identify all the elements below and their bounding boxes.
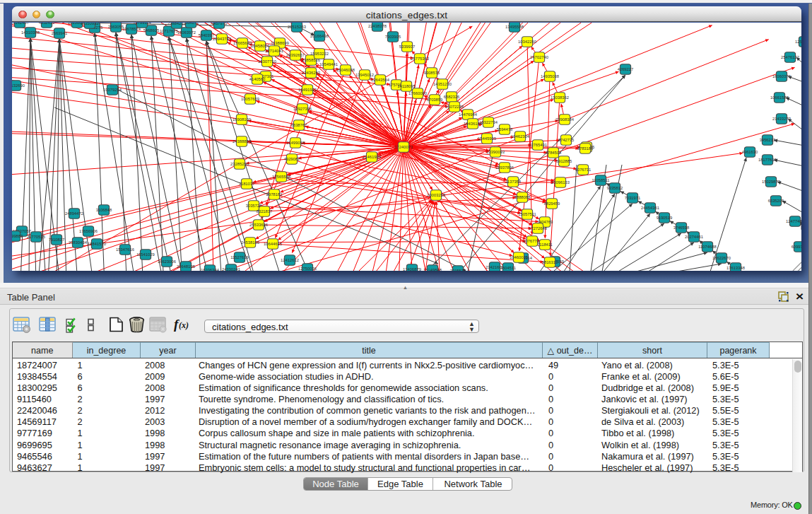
svg-text:12927396: 12927396 [293, 107, 312, 111]
svg-text:22438378: 22438378 [368, 24, 387, 28]
svg-text:10661588: 10661588 [770, 95, 789, 100]
svg-text:17565588: 17565588 [272, 175, 290, 179]
svg-text:6912885: 6912885 [556, 159, 572, 163]
svg-text:21770515: 21770515 [27, 235, 45, 239]
svg-text:16908100: 16908100 [233, 117, 251, 122]
svg-text:18937896: 18937896 [495, 165, 514, 170]
svg-text:23436262: 23436262 [302, 71, 320, 75]
svg-text:23096153: 23096153 [551, 180, 570, 185]
svg-text:12477488: 12477488 [786, 219, 801, 223]
svg-text:7064171: 7064171 [183, 23, 199, 25]
svg-text:24388850: 24388850 [233, 139, 251, 144]
svg-text:17613348: 17613348 [726, 266, 745, 270]
svg-text:3784504: 3784504 [546, 151, 562, 155]
svg-text:15953222: 15953222 [310, 52, 329, 56]
svg-text:(x): (x) [179, 320, 189, 330]
svg-text:15057511: 15057511 [518, 212, 536, 216]
svg-text:5594478: 5594478 [497, 127, 513, 132]
svg-text:14476944: 14476944 [459, 112, 478, 117]
svg-text:6582326: 6582326 [444, 95, 460, 99]
svg-text:21433273: 21433273 [772, 117, 791, 121]
svg-text:16623006: 16623006 [158, 259, 176, 264]
svg-text:23830434: 23830434 [69, 240, 88, 245]
svg-text:3604511: 3604511 [500, 266, 516, 270]
svg-text:20166438: 20166438 [310, 34, 329, 38]
svg-text:7118411: 7118411 [537, 243, 553, 247]
svg-text:2978182: 2978182 [266, 192, 283, 197]
svg-text:5468605: 5468605 [143, 28, 160, 33]
svg-text:17660000: 17660000 [408, 91, 427, 95]
svg-text:4952451: 4952451 [39, 23, 55, 25]
svg-text:20392657: 20392657 [286, 53, 305, 57]
svg-text:4269227: 4269227 [618, 67, 634, 71]
svg-text:10342260: 10342260 [518, 40, 536, 44]
svg-text:17272648: 17272648 [529, 226, 547, 230]
svg-text:8742735: 8742735 [558, 138, 575, 142]
svg-text:24538166: 24538166 [241, 240, 259, 245]
svg-text:6099754: 6099754 [792, 245, 801, 249]
svg-text:11541029: 11541029 [136, 252, 154, 257]
svg-text:17240073: 17240073 [394, 145, 413, 149]
svg-text:11350932: 11350932 [81, 23, 98, 25]
svg-text:15149848: 15149848 [423, 268, 442, 271]
svg-text:10717675: 10717675 [160, 29, 178, 33]
svg-text:10057659: 10057659 [241, 97, 259, 101]
svg-text:9816313: 9816313 [542, 260, 558, 264]
svg-text:19379254: 19379254 [103, 88, 122, 92]
svg-text:13390093: 13390093 [486, 150, 505, 154]
svg-text:17406879: 17406879 [403, 267, 421, 271]
svg-text:14310388: 14310388 [21, 30, 40, 35]
svg-text:8783180: 8783180 [577, 146, 594, 151]
svg-text:3703859: 3703859 [427, 98, 443, 102]
svg-text:18622670: 18622670 [712, 256, 731, 260]
svg-text:11074688: 11074688 [698, 245, 716, 249]
svg-text:11527619: 11527619 [230, 255, 248, 259]
svg-text:24454361: 24454361 [641, 206, 659, 210]
svg-text:6076731: 6076731 [575, 168, 592, 172]
svg-text:15347616: 15347616 [116, 247, 134, 252]
svg-text:2563055: 2563055 [108, 25, 124, 29]
svg-text:16060376: 16060376 [772, 74, 791, 78]
svg-text:5888088: 5888088 [514, 195, 531, 199]
svg-text:3456213: 3456213 [760, 138, 776, 142]
svg-text:17656906: 17656906 [79, 229, 98, 233]
svg-text:15029873: 15029873 [762, 180, 780, 184]
svg-text:4140560: 4140560 [249, 77, 266, 81]
svg-text:4961630: 4961630 [742, 150, 758, 154]
svg-text:3106848: 3106848 [96, 208, 112, 212]
svg-text:8829459: 8829459 [544, 201, 560, 206]
svg-text:15063972: 15063972 [177, 30, 196, 35]
svg-text:3181037: 3181037 [239, 182, 255, 186]
svg-text:16206344: 16206344 [201, 268, 220, 271]
svg-text:20274461: 20274461 [685, 235, 703, 239]
svg-text:8321837: 8321837 [257, 209, 273, 214]
svg-text:19142407: 19142407 [12, 23, 29, 25]
svg-text:10322734: 10322734 [479, 120, 498, 124]
svg-text:3746598: 3746598 [673, 226, 690, 230]
svg-text:7910827: 7910827 [49, 238, 65, 242]
svg-text:25046038: 25046038 [336, 68, 355, 72]
svg-text:20943743: 20943743 [213, 37, 231, 41]
svg-text:13038362: 13038362 [551, 95, 569, 100]
svg-text:1137358: 1137358 [505, 180, 521, 184]
svg-text:13945012: 13945012 [355, 73, 374, 77]
svg-text:20648195: 20648195 [177, 264, 195, 269]
svg-text:18841570: 18841570 [88, 242, 106, 246]
svg-text:13765491: 13765491 [529, 143, 547, 147]
svg-text:24894472: 24894472 [65, 211, 83, 216]
svg-text:16072228: 16072228 [445, 105, 464, 109]
svg-text:20003258: 20003258 [427, 193, 445, 197]
svg-text:10460025: 10460025 [510, 255, 528, 259]
svg-text:25775363: 25775363 [411, 57, 429, 61]
svg-text:10549441: 10549441 [319, 62, 338, 66]
svg-text:22714041: 22714041 [265, 49, 283, 53]
svg-text:2315577: 2315577 [450, 269, 466, 271]
svg-text:6638767: 6638767 [291, 123, 307, 127]
svg-text:9335812: 9335812 [607, 186, 623, 190]
svg-text:14118095: 14118095 [397, 84, 415, 88]
svg-text:14935038: 14935038 [541, 74, 559, 78]
svg-text:23285250: 23285250 [230, 162, 249, 166]
svg-text:14351230: 14351230 [433, 82, 452, 86]
svg-text:7303905: 7303905 [385, 35, 401, 39]
svg-text:7031971: 7031971 [625, 196, 641, 200]
